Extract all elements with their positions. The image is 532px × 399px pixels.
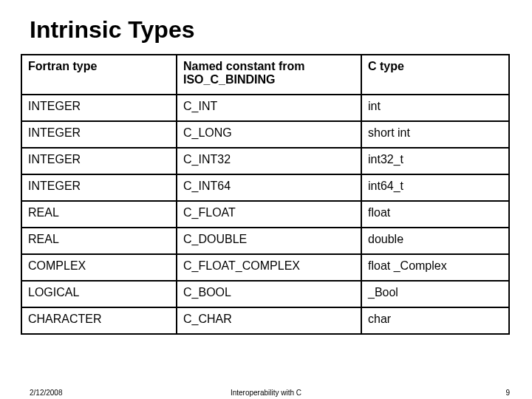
cell-fortran: INTEGER (21, 174, 177, 201)
header-named: Named constant from ISO_C_BINDING (177, 55, 361, 95)
cell-ctype: char (361, 307, 509, 334)
table-header-row: Fortran type Named constant from ISO_C_B… (21, 55, 509, 95)
cell-ctype: int64_t (361, 174, 509, 201)
cell-named: C_LONG (177, 121, 361, 148)
cell-named: C_FLOAT_COMPLEX (177, 254, 361, 281)
cell-fortran: REAL (21, 201, 177, 228)
cell-ctype: float _Complex (361, 254, 509, 281)
table-row: INTEGER C_INT int (21, 95, 509, 121)
table-row: LOGICAL C_BOOL _Bool (21, 281, 509, 307)
cell-named: C_CHAR (177, 307, 361, 334)
cell-fortran: CHARACTER (21, 307, 177, 334)
footer-center: Interoperability with C (0, 389, 532, 397)
footer-page: 9 (505, 389, 510, 397)
cell-fortran: COMPLEX (21, 254, 177, 281)
header-fortran: Fortran type (21, 55, 177, 95)
table-row: REAL C_DOUBLE double (21, 228, 509, 254)
header-ctype: C type (361, 55, 509, 95)
cell-named: C_DOUBLE (177, 228, 361, 254)
cell-fortran: REAL (21, 228, 177, 254)
cell-named: C_INT (177, 95, 361, 121)
cell-named: C_FLOAT (177, 201, 361, 228)
cell-ctype: int (361, 95, 509, 121)
cell-fortran: INTEGER (21, 148, 177, 174)
table-row: CHARACTER C_CHAR char (21, 307, 509, 334)
cell-ctype: double (361, 228, 509, 254)
cell-ctype: short int (361, 121, 509, 148)
slide: Intrinsic Types Fortran type Named const… (0, 0, 532, 399)
types-table: Fortran type Named constant from ISO_C_B… (21, 54, 510, 335)
cell-named: C_INT64 (177, 174, 361, 201)
cell-ctype: _Bool (361, 281, 509, 307)
cell-fortran: INTEGER (21, 95, 177, 121)
cell-fortran: LOGICAL (21, 281, 177, 307)
cell-named: C_BOOL (177, 281, 361, 307)
table-row: REAL C_FLOAT float (21, 201, 509, 228)
table-row: COMPLEX C_FLOAT_COMPLEX float _Complex (21, 254, 509, 281)
cell-named: C_INT32 (177, 148, 361, 174)
cell-ctype: int32_t (361, 148, 509, 174)
cell-fortran: INTEGER (21, 121, 177, 148)
cell-ctype: float (361, 201, 509, 228)
table-row: INTEGER C_INT64 int64_t (21, 174, 509, 201)
slide-title: Intrinsic Types (30, 16, 511, 44)
table-row: INTEGER C_LONG short int (21, 121, 509, 148)
table-row: INTEGER C_INT32 int32_t (21, 148, 509, 174)
